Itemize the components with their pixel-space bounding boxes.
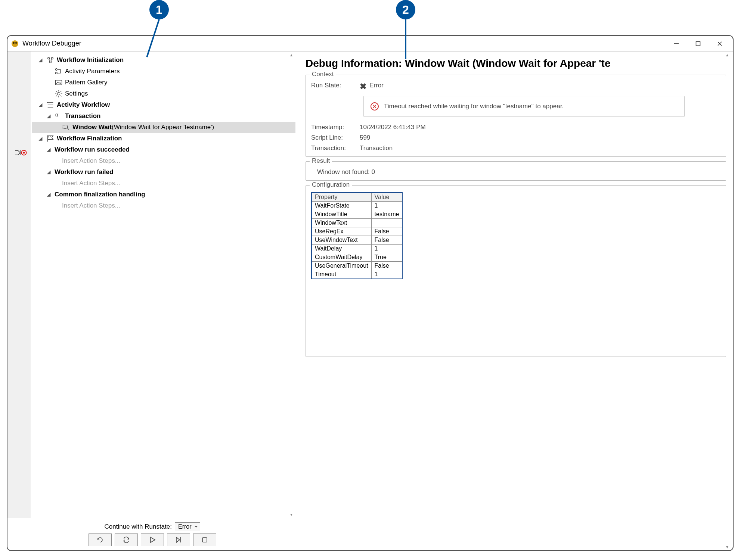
result-legend: Result [310, 157, 332, 165]
table-row[interactable]: UseGeneralTimeoutFalse [312, 262, 402, 270]
svg-point-11 [51, 57, 53, 59]
config-property: Timeout [312, 270, 371, 279]
tree-label: Workflow run succeeded [55, 146, 130, 153]
table-row[interactable]: WindowTitletestname [312, 210, 402, 219]
stop-button[interactable] [193, 533, 216, 546]
chevron-down-icon[interactable]: ◢ [47, 147, 53, 152]
breakpoint-gutter[interactable] [7, 52, 31, 518]
config-value: False [371, 227, 402, 236]
workflow-tree[interactable]: ◢ Workflow Initialization Activity Param… [31, 52, 297, 518]
debug-info-title: Debug Information: Window Wait (Window W… [306, 57, 726, 69]
window-wait-icon [62, 124, 70, 131]
svg-point-9 [23, 152, 25, 154]
tree-label: Pattern Gallery [65, 79, 107, 86]
right-pane: Debug Information: Window Wait (Window W… [297, 52, 733, 550]
chevron-down-icon[interactable]: ◢ [39, 136, 45, 141]
tree-node-activity-workflow[interactable]: ◢ Activity Workflow [32, 99, 295, 111]
minimize-button[interactable] [666, 36, 687, 52]
tree-node-pattern-gallery[interactable]: Pattern Gallery [32, 77, 295, 88]
tree-node-run-failed[interactable]: ◢ Workflow run failed [32, 167, 295, 178]
table-row[interactable]: WaitForState1 [312, 202, 402, 210]
restart-button[interactable] [89, 533, 112, 546]
workflow-icon [46, 102, 55, 108]
tree-node-common-handling[interactable]: ◢ Common finalization handling [32, 189, 295, 200]
tree-node-transaction[interactable]: ◢ Transaction [32, 111, 295, 122]
tree-label: Window Wait [72, 124, 112, 131]
callout-2: 2 [396, 0, 415, 19]
svg-point-2 [15, 42, 17, 44]
app-icon [10, 39, 19, 48]
tree-label: Workflow Finalization [57, 135, 122, 142]
tree-node-insert-steps[interactable]: Insert Action Steps... [32, 155, 295, 167]
config-property: WaitDelay [312, 245, 371, 253]
chevron-down-icon[interactable]: ◢ [39, 57, 45, 63]
config-table: Property Value WaitForState1WindowTitlet… [311, 192, 403, 279]
config-value: True [371, 253, 402, 262]
tree-label: Settings [65, 90, 88, 97]
left-pane: ◢ Workflow Initialization Activity Param… [7, 52, 297, 550]
params-icon [55, 68, 63, 75]
chevron-down-icon[interactable]: ◢ [39, 102, 45, 108]
gallery-icon [55, 79, 63, 86]
config-property: CustomWaitDelay [312, 253, 371, 262]
tree-area: ◢ Workflow Initialization Activity Param… [7, 52, 297, 518]
close-button[interactable] [709, 36, 731, 52]
scroll-down-icon[interactable]: ▾ [290, 512, 292, 517]
config-header-property: Property [312, 193, 371, 202]
error-icon: ✖ [360, 82, 366, 91]
context-legend: Context [310, 71, 336, 78]
step-button[interactable] [167, 533, 190, 546]
loop-button[interactable] [115, 533, 138, 546]
svg-line-22 [61, 96, 61, 96]
chevron-down-icon[interactable]: ◢ [47, 113, 53, 119]
tree-node-insert-steps[interactable]: Insert Action Steps... [32, 200, 295, 211]
flag-icon [46, 135, 55, 142]
config-property: UseRegEx [312, 227, 371, 236]
svg-point-14 [55, 72, 57, 74]
init-icon [46, 57, 55, 63]
maximize-button[interactable] [687, 36, 709, 52]
config-value [371, 219, 402, 227]
table-row[interactable]: UseRegExFalse [312, 227, 402, 236]
svg-rect-4 [696, 41, 700, 46]
svg-rect-15 [55, 80, 62, 85]
table-row[interactable]: CustomWaitDelayTrue [312, 253, 402, 262]
svg-point-1 [13, 42, 15, 44]
window-title: Workflow Debugger [22, 40, 666, 47]
svg-rect-29 [202, 538, 207, 542]
tree-node-init[interactable]: ◢ Workflow Initialization [32, 55, 295, 66]
continue-label: Continue with Runstate: [104, 523, 172, 531]
chevron-down-icon[interactable]: ◢ [47, 169, 53, 175]
chevron-down-icon[interactable]: ◢ [47, 192, 53, 197]
callout-1: 1 [149, 0, 169, 19]
tree-node-finalization[interactable]: ◢ Workflow Finalization [32, 133, 295, 144]
context-section: Context Run State: ✖ Error ✕ Timeout rea… [306, 75, 726, 157]
tree-node-activity-params[interactable]: Activity Parameters [32, 66, 295, 77]
callout-2-line [405, 19, 406, 59]
config-legend: Configuration [310, 181, 352, 189]
scroll-up-icon[interactable]: ▴ [290, 52, 292, 57]
tree-node-insert-steps[interactable]: Insert Action Steps... [32, 178, 295, 189]
scroll-down-icon[interactable]: ▾ [726, 544, 728, 550]
runstate-value: Error [369, 82, 384, 91]
runstate-label: Run State: [311, 82, 360, 91]
tree-label: Insert Action Steps... [62, 180, 120, 187]
svg-line-23 [61, 91, 61, 92]
tree-node-run-succeeded[interactable]: ◢ Workflow run succeeded [32, 144, 295, 155]
scroll-up-icon[interactable]: ▴ [726, 52, 728, 57]
tree-node-settings[interactable]: Settings [32, 88, 295, 99]
config-value: 1 [371, 270, 402, 279]
right-scrollbar[interactable]: ▴ ▾ [725, 52, 733, 550]
breakpoint-icon [14, 149, 27, 158]
runstate-select[interactable]: Error [175, 522, 200, 531]
table-row[interactable]: UseWindowTextFalse [312, 236, 402, 245]
tree-scrollbar[interactable]: ▴ ▾ [289, 52, 297, 518]
config-value: False [371, 262, 402, 270]
error-message-box: ✕ Timeout reached while waiting for wind… [363, 96, 685, 117]
result-text: Window not found: 0 [311, 168, 720, 176]
table-row[interactable]: WindowText [312, 219, 402, 227]
play-button[interactable] [141, 533, 164, 546]
tree-node-window-wait[interactable]: Window Wait (Window Wait for Appear 'tes… [32, 122, 295, 133]
table-row[interactable]: WaitDelay1 [312, 245, 402, 253]
table-row[interactable]: Timeout1 [312, 270, 402, 279]
